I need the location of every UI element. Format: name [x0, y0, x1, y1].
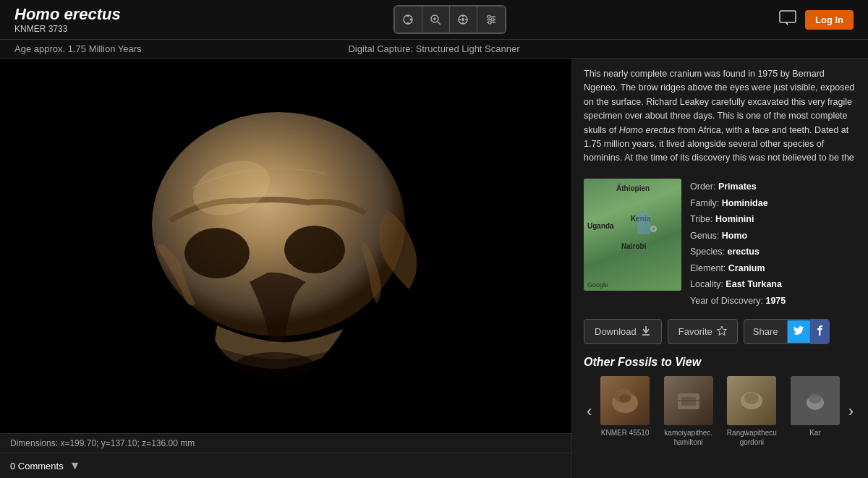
- description-text: This nearly complete cranium was found i…: [584, 67, 856, 168]
- map-canvas: Äthiopien Uganda Kenia Nairobi: [584, 179, 681, 291]
- dimensions-label: Dimensions:: [10, 438, 58, 448]
- header-left: Homo erectus KNMER 3733: [14, 5, 121, 34]
- share-label: Share: [744, 320, 788, 343]
- toolbar: [393, 5, 506, 34]
- svg-point-3: [407, 22, 409, 25]
- header-right: Log In: [779, 10, 854, 30]
- main-content: Dimensions: x=199.70; y=137.10; z=136.00…: [0, 59, 868, 478]
- specimen-age: Age approx. 1.75 Million Years: [14, 43, 142, 54]
- taxonomy-element: Element: Cranium: [690, 260, 856, 277]
- zoom-tool-button[interactable]: [422, 7, 450, 33]
- other-fossils-title: Other Fossils to View: [584, 356, 856, 369]
- map-location-dot: [650, 226, 657, 232]
- map-label-ethiopia: Äthiopien: [616, 184, 650, 192]
- svg-rect-20: [780, 11, 796, 22]
- fossil-label-1: KNMER 45510: [601, 428, 650, 438]
- svg-point-18: [491, 18, 494, 21]
- star-icon: [717, 325, 727, 338]
- tool-button-group: [393, 5, 506, 34]
- fossils-grid: KNMER 45510 kamoiyapithec. hamiltoni: [595, 376, 845, 447]
- capture-method: Digital Capture: Structured Light Scanne…: [348, 43, 519, 54]
- svg-point-40: [809, 393, 822, 404]
- info-panel: This nearly complete cranium was found i…: [571, 59, 868, 478]
- action-buttons: Download Favorite Share: [584, 319, 856, 344]
- svg-point-38: [744, 393, 759, 404]
- info-row: Äthiopien Uganda Kenia Nairobi Order: Pr…: [584, 179, 856, 309]
- fossils-carousel: ‹ KNMER 45510: [584, 376, 856, 447]
- viewer-footer: Dimensions: x=199.70; y=137.10; z=136.00…: [0, 433, 571, 453]
- other-fossils-section: Other Fossils to View ‹ KNMER 45510: [584, 356, 856, 447]
- map-label-nairobi: Nairobi: [621, 242, 646, 250]
- dimensions-value: x=199.70; y=137.10; z=136.00 mm: [60, 438, 195, 448]
- taxonomy-locality: Locality: East Turkana: [690, 276, 856, 293]
- svg-point-19: [488, 21, 491, 24]
- facebook-icon[interactable]: [810, 320, 829, 343]
- comments-bar: 0 Comments ▼: [0, 453, 571, 478]
- fossil-thumb-3: [727, 376, 776, 425]
- fossil-thumb-1: [600, 376, 650, 425]
- download-label: Download: [595, 326, 637, 337]
- skull-display: [0, 59, 571, 433]
- favorite-button[interactable]: Favorite: [668, 319, 738, 344]
- svg-point-25: [284, 226, 345, 273]
- fossil-thumb-2: [664, 376, 713, 425]
- fossil-item-3[interactable]: Rangwapithecu gordoni: [722, 376, 783, 447]
- favorite-label: Favorite: [678, 326, 712, 337]
- fossil-item-1[interactable]: KNMER 45510: [595, 376, 655, 447]
- specimen-id: KNMER 3733: [14, 24, 121, 34]
- svg-marker-30: [717, 326, 726, 336]
- svg-point-33: [619, 394, 631, 403]
- viewer-3d[interactable]: [0, 59, 571, 433]
- svg-point-9: [461, 18, 464, 21]
- download-button[interactable]: Download: [584, 319, 662, 344]
- twitter-icon[interactable]: [788, 320, 810, 343]
- svg-point-17: [488, 15, 490, 18]
- comments-count: 0 Comments: [10, 461, 64, 471]
- pan-tool-button[interactable]: [450, 7, 477, 33]
- comments-toggle-button[interactable]: ▼: [69, 459, 81, 472]
- settings-tool-button[interactable]: [477, 7, 505, 33]
- download-icon: [641, 325, 651, 338]
- comments-icon[interactable]: [779, 10, 796, 30]
- map-label-uganda: Uganda: [587, 222, 614, 230]
- header: Homo erectus KNMER 3733: [0, 0, 868, 40]
- rotate-tool-button[interactable]: [395, 7, 422, 33]
- taxonomy-family: Family: Hominidae: [690, 195, 856, 212]
- map-lake: [637, 213, 650, 234]
- svg-line-5: [438, 22, 441, 25]
- taxonomy-genus: Genus: Homo: [690, 228, 856, 244]
- viewer-panel: Dimensions: x=199.70; y=137.10; z=136.00…: [0, 59, 571, 478]
- fossil-item-4[interactable]: Kar: [785, 376, 846, 447]
- fossil-label-4: Kar: [809, 428, 821, 438]
- fossil-label-3: Rangwapithecu gordoni: [722, 428, 783, 447]
- carousel-prev-button[interactable]: ‹: [584, 402, 595, 421]
- login-button[interactable]: Log In: [805, 10, 854, 30]
- svg-point-1: [407, 15, 409, 17]
- svg-rect-35: [681, 397, 696, 406]
- map-image[interactable]: Äthiopien Uganda Kenia Nairobi: [584, 179, 681, 291]
- taxonomy-list: Order: Primates Family: Hominidae Tribe:…: [690, 179, 856, 309]
- fossil-label-2: kamoiyapithec. hamiltoni: [658, 428, 719, 447]
- fossil-item-2[interactable]: kamoiyapithec. hamiltoni: [658, 376, 719, 447]
- carousel-next-button[interactable]: ›: [846, 402, 856, 421]
- taxonomy-order: Order: Primates: [690, 179, 856, 195]
- fossil-thumb-4: [791, 376, 840, 425]
- taxonomy-species: Species: erectus: [690, 244, 856, 260]
- svg-point-24: [184, 228, 250, 278]
- subtitle-bar: Age approx. 1.75 Million Years Digital C…: [0, 40, 868, 59]
- share-button[interactable]: Share: [744, 319, 830, 344]
- taxonomy-year: Year of Discovery: 1975: [690, 293, 856, 310]
- specimen-title: Homo erectus: [14, 5, 121, 24]
- svg-point-2: [410, 19, 412, 21]
- taxonomy-tribe: Tribe: Hominini: [690, 211, 856, 228]
